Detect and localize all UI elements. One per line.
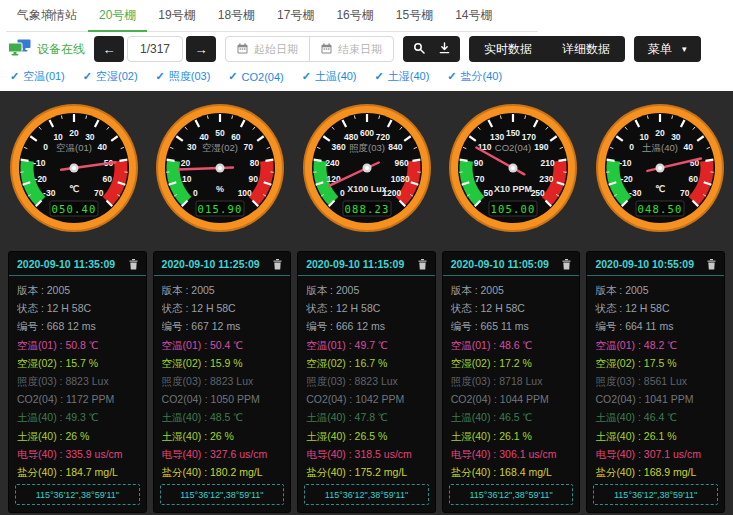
svg-text:70: 70 xyxy=(244,142,254,152)
check-icon: ✓ xyxy=(10,70,19,83)
sensor-checkbox-土温(40)[interactable]: ✓土温(40) xyxy=(302,69,357,84)
calendar-icon xyxy=(237,43,248,56)
svg-text:30: 30 xyxy=(671,131,681,141)
data-row-编号: 编号 : 664 11 ms xyxy=(595,317,716,335)
gauge-readout: 050.40 xyxy=(51,202,96,214)
prev-page-button[interactable]: ← xyxy=(94,36,124,62)
trash-icon[interactable] xyxy=(707,259,716,270)
sensor-checkbox-空湿(02)[interactable]: ✓空湿(02) xyxy=(83,69,138,84)
data-panel: 2020-09-10 11:05:09版本 : 2005状态 : 12 H 58… xyxy=(442,251,581,513)
data-row-版本: 版本 : 2005 xyxy=(17,281,138,299)
tab-气象墒情站[interactable]: 气象墒情站 xyxy=(6,0,88,31)
coordinates-badge[interactable]: 115°36'12",38°59'11" xyxy=(593,484,718,505)
menu-button[interactable]: 菜单 ▾ xyxy=(634,36,701,62)
trash-icon[interactable] xyxy=(129,259,138,270)
svg-text:190: 190 xyxy=(534,142,548,152)
sensor-label: 土湿(40) xyxy=(388,69,430,84)
sensor-checkbox-土湿(40)[interactable]: ✓土湿(40) xyxy=(375,69,430,84)
data-row-土湿(40): 土湿(40) : 26 % xyxy=(162,427,283,445)
svg-text:50: 50 xyxy=(484,187,494,197)
data-row-空湿(02): 空湿(02) : 17.2 % xyxy=(451,354,572,372)
data-row-电导(40): 电导(40) : 327.6 us/cm xyxy=(162,445,283,463)
coordinates-badge[interactable]: 115°36'12",38°59'11" xyxy=(160,484,285,505)
tab-20号棚[interactable]: 20号棚 xyxy=(88,0,147,32)
device-online-status: 设备在线 xyxy=(8,39,85,59)
download-icon xyxy=(439,42,450,57)
tab-15号棚[interactable]: 15号棚 xyxy=(385,0,444,31)
data-row-空湿(02): 空湿(02) : 17.5 % xyxy=(595,354,716,372)
svg-text:360: 360 xyxy=(331,142,345,152)
detail-data-button[interactable]: 详细数据 xyxy=(547,36,625,62)
start-date-input[interactable]: 起始日期 xyxy=(226,37,309,61)
data-row-土湿(40): 土湿(40) : 26.5 % xyxy=(306,427,427,445)
gauge-土温(40): -30-20-10010203040506070土温(40)℃048.50 xyxy=(587,98,733,240)
svg-text:600: 600 xyxy=(359,128,373,138)
tab-14号棚[interactable]: 14号棚 xyxy=(444,0,503,31)
gauge-unit: X100 Lux xyxy=(347,184,387,194)
data-row-版本: 版本 : 2005 xyxy=(595,281,716,299)
data-buttons-group: 实时数据 详细数据 xyxy=(469,36,625,62)
sensor-label: 土温(40) xyxy=(315,69,357,84)
svg-text:210: 210 xyxy=(540,157,554,167)
data-row-CO2(04): CO2(04) : 1172 PPM xyxy=(17,390,138,408)
tab-bar: 气象墒情站20号棚19号棚18号棚17号棚16号棚15号棚14号棚 xyxy=(0,0,733,32)
svg-text:10: 10 xyxy=(639,131,649,141)
data-row-空温(01): 空温(01) : 49.7 ℃ xyxy=(306,336,427,354)
svg-text:-30: -30 xyxy=(629,187,642,197)
data-row-盐分(40): 盐分(40) : 184.7 mg/L xyxy=(17,463,138,481)
svg-text:60: 60 xyxy=(231,131,241,141)
coordinates-badge[interactable]: 115°36'12",38°59'11" xyxy=(304,484,429,505)
data-row-CO2(04): CO2(04) : 1042 PPM xyxy=(306,390,427,408)
gauge-title: 空湿(02) xyxy=(202,142,238,153)
tab-16号棚[interactable]: 16号棚 xyxy=(325,0,384,31)
trash-icon[interactable] xyxy=(273,259,282,270)
trash-icon[interactable] xyxy=(562,259,571,270)
data-row-编号: 编号 : 667 12 ms xyxy=(162,317,283,335)
data-row-土湿(40): 土湿(40) : 26.1 % xyxy=(451,427,572,445)
trash-icon[interactable] xyxy=(418,259,427,270)
check-icon: ✓ xyxy=(447,70,456,83)
calendar-icon xyxy=(321,43,332,56)
end-date-placeholder: 结束日期 xyxy=(338,42,382,57)
realtime-data-button[interactable]: 实时数据 xyxy=(469,36,547,62)
svg-text:100: 100 xyxy=(238,187,252,197)
sensor-checkbox-照度(03)[interactable]: ✓照度(03) xyxy=(156,69,211,84)
coordinates-badge[interactable]: 115°36'12",38°59'11" xyxy=(15,484,140,505)
sensor-checkbox-盐分(40)[interactable]: ✓盐分(40) xyxy=(447,69,502,84)
check-icon: ✓ xyxy=(83,70,92,83)
svg-text:30: 30 xyxy=(85,131,95,141)
tab-17号棚[interactable]: 17号棚 xyxy=(266,0,325,31)
end-date-input[interactable]: 结束日期 xyxy=(310,37,393,61)
start-date-placeholder: 起始日期 xyxy=(254,42,298,57)
download-button[interactable] xyxy=(432,36,457,62)
gauge-unit: % xyxy=(216,184,224,194)
data-row-编号: 编号 : 666 12 ms xyxy=(306,317,427,335)
sensor-label: 空湿(02) xyxy=(96,69,138,84)
svg-text:60: 60 xyxy=(688,173,698,183)
check-icon: ✓ xyxy=(156,70,165,83)
data-row-土温(40): 土温(40) : 48.5 ℃ xyxy=(162,408,283,426)
data-row-空温(01): 空温(01) : 50.4 ℃ xyxy=(162,336,283,354)
svg-text:50: 50 xyxy=(215,128,225,138)
next-page-button[interactable]: → xyxy=(186,36,216,62)
svg-text:40: 40 xyxy=(97,142,107,152)
svg-text:-10: -10 xyxy=(33,157,46,167)
sensor-checkbox-空温(01)[interactable]: ✓空温(01) xyxy=(10,69,65,84)
search-button[interactable] xyxy=(406,36,432,62)
data-row-空温(01): 空温(01) : 48.6 ℃ xyxy=(451,336,572,354)
pagination: ← 1/317 → xyxy=(94,36,216,62)
coordinates-badge[interactable]: 115°36'12",38°59'11" xyxy=(449,484,574,505)
svg-text:130: 130 xyxy=(490,131,504,141)
date-range-picker: 起始日期 结束日期 xyxy=(225,36,394,62)
gauge-空温(01): -30-20-10010203040506070空温(01)℃050.40 xyxy=(1,98,147,240)
svg-text:60: 60 xyxy=(102,173,112,183)
tab-18号棚[interactable]: 18号棚 xyxy=(207,0,266,31)
gauge-CO2(04): 507090110130150170190210230250CO2(04)X10… xyxy=(440,98,586,240)
gauge-dial: -30-20-10010203040506070空温(01)℃050.40 xyxy=(1,98,147,240)
tab-19号棚[interactable]: 19号棚 xyxy=(147,0,206,31)
gauge-unit: ℃ xyxy=(68,184,78,194)
svg-text:0: 0 xyxy=(629,142,634,152)
sensor-checkbox-CO2(04)[interactable]: ✓CO2(04) xyxy=(228,69,283,84)
panel-header: 2020-09-10 11:15:09 xyxy=(298,252,435,276)
data-row-空湿(02): 空湿(02) : 15.9 % xyxy=(162,354,283,372)
